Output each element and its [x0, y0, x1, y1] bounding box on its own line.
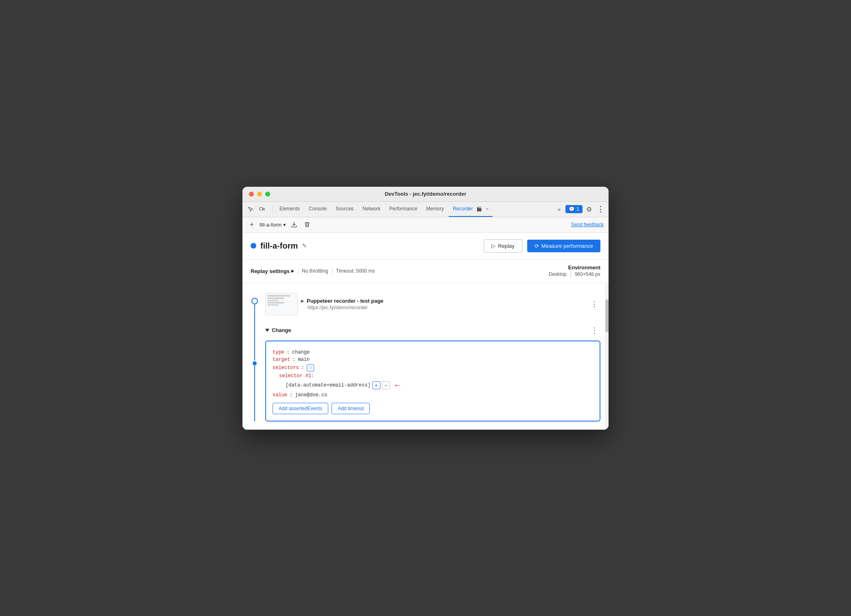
code-value-line: value : jane@doe.co	[273, 392, 593, 398]
more-options-button[interactable]: ⋮	[596, 204, 605, 214]
tab-network[interactable]: Network	[358, 201, 384, 217]
tab-divider	[273, 206, 273, 212]
add-selector-button[interactable]: +	[372, 381, 380, 389]
more-tabs-button[interactable]: »	[554, 204, 564, 214]
main-content: fill-a-form ✎ ▷ Replay ⟳ Measure perform…	[242, 233, 609, 430]
step-1-timeline-dot	[251, 298, 258, 304]
play-icon: ▷	[491, 243, 495, 249]
settings-arrow-icon: ▶	[291, 269, 294, 273]
step-navigate-title: Puppeteer recorder - test page	[307, 298, 384, 304]
scrollbar[interactable]	[605, 283, 609, 430]
edit-name-icon[interactable]: ✎	[302, 242, 307, 249]
arrow-indicator: ←	[395, 380, 400, 391]
step-navigate-url: https://jec.fyi/demo/recorder	[301, 305, 384, 310]
change-expand-icon	[265, 329, 269, 332]
recording-actions: ▷ Replay ⟳ Measure performance	[484, 239, 600, 253]
step-thumbnail	[265, 293, 298, 315]
steps-content: ▶ Puppeteer recorder - test page https:/…	[265, 291, 600, 422]
action-buttons: Add assertedEvents Add timeout	[273, 403, 593, 414]
selectors-key: selectors	[273, 365, 299, 371]
change-header[interactable]: Change ⋮	[265, 323, 600, 337]
selector-picker-icon[interactable]: ⬡	[307, 364, 314, 371]
add-timeout-button[interactable]: Add timeout	[332, 403, 370, 414]
tab-recorder[interactable]: Recorder 🎬 ×	[449, 201, 493, 217]
replay-button[interactable]: ▷ Replay	[484, 239, 522, 253]
type-value: change	[292, 350, 310, 355]
measure-performance-button[interactable]: ⟳ Measure performance	[527, 240, 600, 252]
recording-selector[interactable]: fill-a-form ▾	[260, 222, 286, 228]
timeline-line-2	[254, 365, 255, 422]
window-title: DevTools - jec.fyi/demo/recorder	[385, 191, 467, 197]
step-info: ▶ Puppeteer recorder - test page https:/…	[301, 298, 384, 310]
timeline-line-1	[254, 304, 255, 360]
tab-sources[interactable]: Sources	[332, 201, 358, 217]
add-asserted-events-button[interactable]: Add assertedEvents	[273, 403, 328, 414]
replay-settings-bar: Replay settings ▶ No throttling Timeout:…	[242, 260, 609, 283]
recording-title-area: fill-a-form ✎	[251, 241, 307, 251]
recorder-icon: 🎬	[476, 206, 482, 212]
recording-status-dot	[251, 243, 256, 249]
tab-memory[interactable]: Memory	[422, 201, 448, 217]
devtools-container: Elements Console Sources Network Perform…	[242, 202, 609, 430]
step-navigate-more-button[interactable]: ⋮	[588, 299, 600, 309]
svg-rect-0	[260, 208, 263, 210]
recording-name: fill-a-form	[260, 241, 298, 251]
type-key: type	[273, 350, 284, 355]
settings-left: Replay settings ▶ No throttling Timeout:…	[251, 268, 375, 274]
environment-detail: Desktop | 960×546 px	[549, 271, 600, 278]
toolbar: + fill-a-form ▾ Send feedback	[242, 217, 609, 233]
tabs-right: » 💬 1 ⚙ ⋮	[554, 204, 605, 214]
environment-label: Environment	[549, 264, 600, 271]
step-change: Change ⋮ type : change target	[265, 323, 600, 422]
window-controls	[249, 192, 270, 197]
scrollbar-thumb[interactable]	[605, 299, 609, 332]
recording-header: fill-a-form ✎ ▷ Replay ⟳ Measure perform…	[242, 233, 609, 260]
selector-num-label: selector #1:	[279, 373, 314, 379]
tab-icons	[246, 204, 267, 214]
throttling-detail: No throttling	[298, 268, 328, 274]
browser-window: DevTools - jec.fyi/demo/recorder	[242, 187, 609, 430]
svg-rect-1	[263, 208, 264, 210]
expand-icon: ▶	[301, 299, 304, 303]
value-key: value	[273, 392, 287, 398]
settings-button[interactable]: ⚙	[584, 204, 594, 214]
export-button[interactable]	[289, 220, 299, 229]
tab-elements[interactable]: Elements	[275, 201, 304, 217]
delete-button[interactable]	[302, 220, 312, 229]
close-button[interactable]	[249, 192, 254, 197]
measure-icon: ⟳	[535, 243, 539, 249]
recorder-close-icon[interactable]: ×	[486, 206, 489, 211]
code-selectors-line: selectors : ⬡	[273, 364, 593, 371]
target-key: target	[273, 357, 290, 363]
code-selector-num-line: selector #1:	[279, 373, 593, 379]
chat-badge[interactable]: 💬 1	[565, 205, 583, 213]
title-bar: DevTools - jec.fyi/demo/recorder	[242, 187, 609, 202]
chat-icon: 💬	[569, 206, 575, 212]
cursor-icon[interactable]	[246, 204, 255, 214]
minimize-button[interactable]	[257, 192, 262, 197]
steps-area: ▶ Puppeteer recorder - test page https:/…	[242, 283, 609, 430]
step-2-timeline-dot	[253, 361, 257, 365]
target-value: main	[298, 357, 310, 363]
step-change-more-button[interactable]: ⋮	[588, 325, 600, 336]
selector-value: [data-automate=email-address]	[286, 382, 371, 388]
device-icon[interactable]	[257, 204, 267, 214]
code-block: type : change target : main selectors	[265, 341, 600, 422]
change-title: Change	[272, 327, 291, 333]
value-val: jane@doe.co	[295, 392, 327, 398]
maximize-button[interactable]	[265, 192, 270, 197]
code-target-line: target : main	[273, 357, 593, 363]
step-navigate: ▶ Puppeteer recorder - test page https:/…	[265, 291, 600, 317]
settings-right: Environment Desktop | 960×546 px	[549, 264, 600, 278]
code-type-line: type : change	[273, 350, 593, 355]
tab-performance[interactable]: Performance	[385, 201, 421, 217]
send-feedback-link[interactable]: Send feedback	[571, 222, 604, 227]
step-navigate-header[interactable]: ▶ Puppeteer recorder - test page https:/…	[265, 291, 600, 317]
tabs-bar: Elements Console Sources Network Perform…	[242, 202, 609, 217]
code-selector-value-line: [data-automate=email-address] + − ←	[286, 380, 593, 391]
replay-settings-label[interactable]: Replay settings ▶	[251, 268, 294, 274]
remove-selector-button[interactable]: −	[382, 381, 390, 389]
add-recording-button[interactable]: +	[247, 220, 256, 229]
tab-console[interactable]: Console	[305, 201, 331, 217]
timeout-detail: Timeout: 5000 ms	[332, 268, 375, 274]
